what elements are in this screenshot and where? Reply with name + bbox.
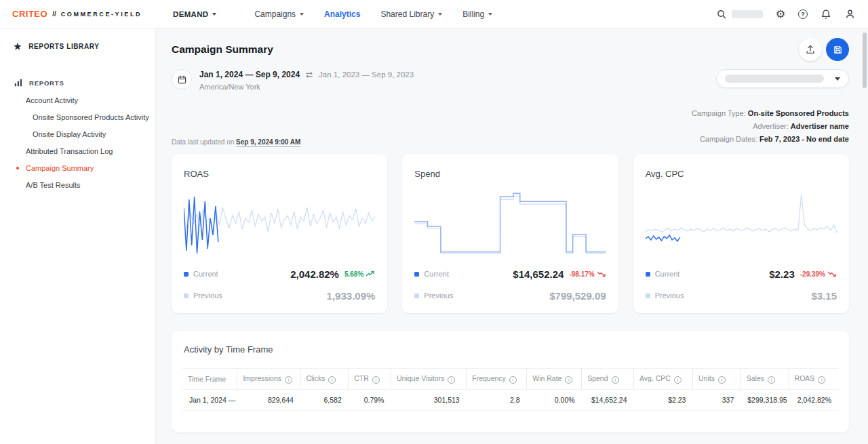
nav-billing[interactable]: Billing (462, 9, 492, 19)
notifications-icon[interactable] (821, 8, 831, 20)
timezone-label: America/New York (199, 83, 414, 91)
metric-card-roas: ROAS Current 2,042.82%5.68% Previous 1,9… (172, 154, 387, 313)
last-updated-text: Data last updated on Sep 9, 2024 9:00 AM (172, 138, 300, 146)
export-button[interactable] (799, 38, 822, 61)
date-range-picker[interactable]: Jan 1, 2024 — Sep 9, 2024 Jan 1, 2023 — … (172, 69, 414, 91)
reports-library-label: REPORTS LIBRARY (28, 43, 99, 50)
column-header-frequency[interactable]: Frequencyi (467, 369, 527, 390)
legend-previous-row: Previous $3.15 (646, 285, 837, 306)
info-icon[interactable]: i (509, 376, 517, 384)
nav-label: Billing (462, 9, 484, 19)
info-icon[interactable]: i (718, 376, 726, 384)
info-icon[interactable]: i (328, 376, 336, 384)
sidebar-item-label: Campaign Summary (26, 164, 94, 172)
card-title: Avg. CPC (646, 169, 837, 179)
nav-shared-library[interactable]: Shared Library (380, 9, 442, 19)
campaign-type-label: Campaign Type: (692, 109, 746, 117)
info-icon[interactable]: i (448, 376, 455, 384)
help-icon[interactable]: ? (798, 8, 808, 20)
chevron-down-icon (438, 13, 442, 16)
info-icon[interactable]: i (768, 376, 775, 384)
sidebar-item-a-b-test-results[interactable]: A/B Test Results (0, 176, 155, 193)
card-title: Spend (414, 169, 606, 179)
column-header-roas[interactable]: ROASi (789, 369, 838, 390)
star-icon: ★ (14, 42, 22, 51)
column-label: Frequency (472, 374, 506, 382)
nav-label: Campaigns (254, 9, 296, 19)
account-icon[interactable] (844, 8, 856, 20)
previous-value: $799,529.09 (549, 290, 606, 302)
current-value: $2.23 (769, 268, 795, 280)
column-label: Time Frame (188, 375, 226, 383)
legend-current-row: Current 2,042.82%5.68% (184, 263, 375, 285)
search-icon[interactable] (716, 8, 727, 20)
sidebar-item-onsite-sponsored-products-activity[interactable]: Onsite Sponsored Products Activity (0, 108, 155, 125)
cell-clicks: 6,582 (300, 390, 349, 411)
info-icon[interactable]: i (565, 376, 572, 384)
campaign-dates-label: Campaign Dates: (700, 135, 757, 143)
column-label: Spend (587, 374, 608, 382)
legend-previous-row: Previous 1,933.09% (184, 285, 375, 306)
bar-chart-icon (14, 78, 23, 87)
report-actions (799, 38, 849, 61)
column-header-clicks[interactable]: Clicksi (300, 369, 349, 390)
metric-card-spend: Spend Current $14,652.24-98.17% Previous… (402, 154, 618, 313)
avg-cpc-sparkline-chart (646, 187, 837, 263)
column-header-time-frame[interactable]: Time Frame (182, 369, 237, 390)
current-value: $14,652.24 (513, 268, 564, 280)
column-label: Avg. CPC (639, 374, 671, 382)
metric-card-avg-cpc: Avg. CPC Current $2.23-29.39% Previous $… (633, 154, 849, 313)
column-header-spend[interactable]: Spendi (582, 369, 634, 390)
brand-separator: // (52, 10, 56, 18)
current-label: Current (424, 270, 449, 278)
column-header-avg-cpc[interactable]: Avg. CPCi (633, 369, 692, 390)
column-header-ctr[interactable]: CTRi (349, 369, 391, 390)
search-control[interactable] (716, 8, 763, 20)
column-header-impressions[interactable]: Impressionsi (237, 369, 300, 390)
previous-swatch (646, 294, 650, 298)
nav-campaigns[interactable]: Campaigns (254, 9, 304, 19)
info-icon[interactable]: i (285, 376, 292, 384)
sidebar-item-account-activity[interactable]: Account Activity (0, 92, 155, 108)
campaign-select-dropdown[interactable] (716, 69, 849, 88)
reports-section-header: REPORTS (0, 74, 155, 92)
sidebar-item-label: Onsite Sponsored Products Activity (33, 113, 149, 121)
delta-value: 5.68% (344, 270, 363, 278)
criteo-logo[interactable]: CRITEO // COMMERCE-YIELD (12, 9, 142, 19)
column-header-sales[interactable]: Salesi (741, 369, 789, 390)
settings-icon[interactable]: ⚙ (776, 8, 785, 20)
vertical-scrollbar[interactable] (863, 33, 867, 88)
active-bullet-icon (16, 167, 19, 169)
nav-label: Analytics (324, 9, 360, 19)
campaign-dates-row: Campaign Dates: Feb 7, 2023 - No end dat… (692, 133, 849, 146)
delta-badge: -98.17% (569, 270, 606, 278)
info-icon[interactable]: i (612, 376, 619, 384)
reports-section-label: REPORTS (29, 79, 64, 87)
previous-series-line (184, 207, 375, 232)
column-label: ROAS (795, 374, 815, 382)
delta-value: -98.17% (569, 270, 594, 278)
previous-swatch (184, 294, 189, 298)
sidebar-item-onsite-display-activity[interactable]: Onsite Display Activity (0, 125, 155, 142)
info-icon[interactable]: i (818, 376, 825, 384)
info-icon[interactable]: i (674, 376, 682, 384)
sidebar-item-campaign-summary[interactable]: Campaign Summary (0, 159, 155, 176)
info-icon[interactable]: i (372, 376, 380, 384)
sidebar-item-label: Onsite Display Activity (33, 130, 106, 138)
sidebar-item-attributed-transaction-log[interactable]: Attributed Transaction Log (0, 142, 155, 159)
campaign-type-value: On-site Sponsored Products (748, 109, 849, 117)
column-header-unique-visitors[interactable]: Unique Visitorsi (391, 369, 466, 390)
column-header-win-rate[interactable]: Win Ratei (527, 369, 582, 390)
last-updated-prefix: Data last updated on (172, 138, 234, 146)
nav-analytics[interactable]: Analytics (324, 9, 360, 19)
activity-table: Time FrameImpressionsiClicksiCTRiUnique … (182, 368, 838, 411)
column-header-units[interactable]: Unitsi (692, 369, 741, 390)
calendar-icon[interactable] (172, 69, 192, 89)
save-report-button[interactable] (826, 38, 849, 61)
cell-ctr: 0.79% (349, 390, 391, 411)
criteo-wordmark: CRITEO (12, 9, 47, 19)
reports-sidebar: ★ REPORTS LIBRARY REPORTS Account Activi… (0, 28, 156, 444)
demand-menu[interactable]: DEMAND (173, 10, 216, 18)
table-row[interactable]: Jan 1, 2024 — Sep 9, 2024829,6446,5820.7… (182, 390, 838, 411)
reports-library-header[interactable]: ★ REPORTS LIBRARY (0, 37, 155, 56)
